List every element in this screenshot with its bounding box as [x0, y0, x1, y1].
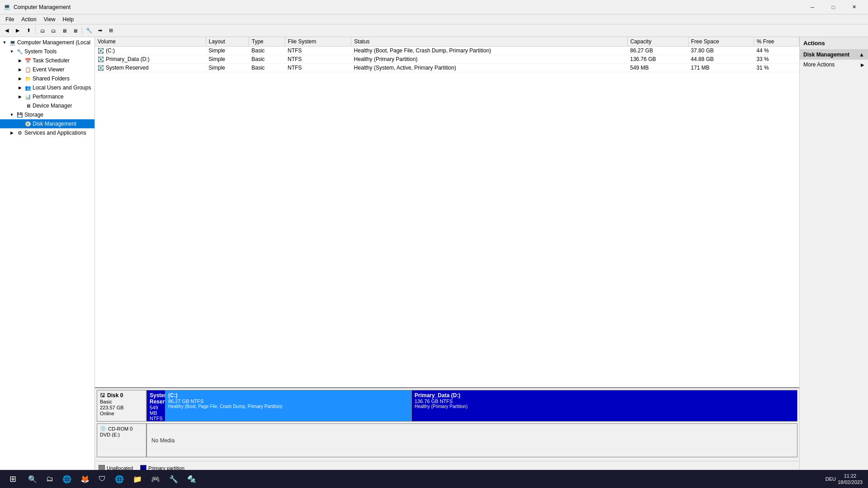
- toolbar-show-hide[interactable]: 🗂: [38, 26, 47, 36]
- taskbar-tool2[interactable]: 🔩: [183, 470, 201, 488]
- actions-more-actions-label: More Actions: [803, 61, 835, 68]
- taskbar-right: DEU 11:22 18/02/2023: [826, 473, 866, 486]
- cell-status-1: Healthy (Primary Partition): [351, 55, 627, 64]
- storage-expand-icon[interactable]: ▼: [8, 111, 15, 118]
- toolbar-folder[interactable]: 🗂: [48, 26, 58, 36]
- menu-file[interactable]: File: [2, 15, 18, 23]
- disk-0-row: 🖫 Disk 0 Basic 223.57 GB Online System R…: [97, 390, 797, 422]
- taskbar-firefox[interactable]: 🦊: [76, 470, 94, 488]
- root-expand-icon[interactable]: ▼: [1, 39, 8, 46]
- actions-header: Actions: [800, 37, 868, 50]
- toolbar-manage[interactable]: 🖥: [70, 26, 80, 36]
- taskbar-chrome[interactable]: 🌐: [110, 470, 128, 488]
- sidebar-item-services[interactable]: ▶ ⚙ Services and Applications: [0, 128, 94, 137]
- window-controls: ─ □ ✕: [802, 0, 864, 14]
- actions-section-disk-management: Disk Management ▲: [800, 50, 868, 60]
- menu-action[interactable]: Action: [18, 15, 40, 23]
- task-sched-expand[interactable]: ▶: [16, 57, 24, 64]
- sidebar-item-performance[interactable]: ▶ 📊 Performance: [0, 92, 94, 101]
- menu-view[interactable]: View: [40, 15, 59, 23]
- actions-more-chevron: ▶: [861, 62, 864, 67]
- partition-d[interactable]: Primary_Data (D:) 136.76 GB NTFS Healthy…: [412, 390, 797, 421]
- maximize-button[interactable]: □: [823, 0, 844, 14]
- partition-c-status: Healthy (Boot, Page File, Crash Dump, Pr…: [168, 404, 409, 409]
- minimize-button[interactable]: ─: [802, 0, 823, 14]
- close-button[interactable]: ✕: [844, 0, 864, 14]
- cell-layout-2: Simple: [206, 64, 249, 72]
- taskbar-language: DEU: [826, 476, 836, 482]
- table-row[interactable]: 💽 Primary_Data (D:) Simple Basic NTFS He…: [95, 55, 799, 64]
- sidebar-item-event-viewer[interactable]: ▶ 📋 Event Viewer: [0, 65, 94, 74]
- sidebar-item-device-manager[interactable]: 🖥 Device Manager: [0, 101, 94, 110]
- toolbar-arrow[interactable]: ➡: [95, 26, 105, 36]
- sidebar-item-task-scheduler[interactable]: ▶ 📅 Task Scheduler: [0, 56, 94, 65]
- sidebar-event-viewer-label: Event Viewer: [33, 66, 64, 73]
- disk-map: 🖫 Disk 0 Basic 223.57 GB Online System R…: [95, 388, 799, 461]
- sidebar-system-tools-label: System Tools: [24, 48, 57, 55]
- col-status[interactable]: Status: [351, 37, 627, 47]
- col-pct-free[interactable]: % Free: [754, 37, 799, 47]
- toolbar-grid[interactable]: ⊞: [106, 26, 116, 36]
- taskbar-tool[interactable]: 🔧: [165, 470, 183, 488]
- cell-type-0: Basic: [249, 47, 285, 55]
- col-filesystem[interactable]: File System: [285, 37, 351, 47]
- menu-help[interactable]: Help: [59, 15, 78, 23]
- cdrom-0-label: 💿 CD-ROM 0 DVD (E:): [97, 423, 146, 457]
- table-row[interactable]: 💽 System Reserved Simple Basic NTFS Heal…: [95, 64, 799, 72]
- taskbar-search[interactable]: 🔍: [24, 470, 42, 488]
- toolbar-forward[interactable]: ▶: [13, 26, 23, 36]
- disk-0-name: Disk 0: [107, 392, 123, 399]
- disk-table[interactable]: Volume Layout Type File System Status Ca…: [95, 37, 799, 388]
- sidebar-item-system-tools[interactable]: ▼ 🔧 System Tools: [0, 47, 94, 56]
- sidebar-storage-label: Storage: [24, 112, 43, 118]
- sidebar-item-shared-folders[interactable]: ▶ 📁 Shared Folders: [0, 74, 94, 83]
- services-expand-icon[interactable]: ▶: [8, 129, 15, 136]
- sidebar-item-storage[interactable]: ▼ 💾 Storage: [0, 110, 94, 119]
- col-type[interactable]: Type: [249, 37, 285, 47]
- taskbar-brave[interactable]: 🛡: [94, 470, 110, 488]
- shared-folders-expand[interactable]: ▶: [16, 75, 24, 82]
- window-title: Computer Management: [14, 4, 802, 10]
- sidebar-device-manager-label: Device Manager: [33, 103, 72, 109]
- toolbar-up[interactable]: ⬆: [24, 26, 33, 36]
- sidebar-item-local-users[interactable]: ▶ 👥 Local Users and Groups: [0, 83, 94, 92]
- col-volume[interactable]: Volume: [95, 37, 206, 47]
- cell-free-1: 44.88 GB: [688, 55, 754, 64]
- toolbar-computer[interactable]: 🖥: [59, 26, 69, 36]
- event-viewer-expand[interactable]: ▶: [16, 66, 24, 73]
- cell-pct-2: 31 %: [754, 64, 799, 72]
- disk-0-partitions: System Reserved 549 MB NTFS Healthy (Sys…: [146, 390, 797, 422]
- cell-free-2: 171 MB: [688, 64, 754, 72]
- local-users-expand[interactable]: ▶: [16, 84, 24, 91]
- disk-0-label: 🖫 Disk 0 Basic 223.57 GB Online: [97, 390, 146, 422]
- taskbar-explorer[interactable]: 📁: [128, 470, 146, 488]
- cell-type-1: Basic: [249, 55, 285, 64]
- disk-0-type: Basic: [100, 399, 143, 404]
- device-manager-expand: [16, 102, 24, 109]
- cell-pct-1: 33 %: [754, 55, 799, 64]
- content-pane: Volume Layout Type File System Status Ca…: [95, 37, 799, 474]
- system-tools-expand-icon[interactable]: ▼: [8, 48, 15, 55]
- col-layout[interactable]: Layout: [206, 37, 249, 47]
- disk-0-size: 223.57 GB: [100, 405, 143, 410]
- taskbar-edge[interactable]: 🌐: [58, 470, 76, 488]
- partition-system-reserved[interactable]: System Reserved 549 MB NTFS Healthy (Sys…: [147, 390, 165, 421]
- sidebar-root[interactable]: ▼ 💻 Computer Management (Local: [0, 38, 94, 47]
- toolbar-back[interactable]: ◀: [2, 26, 12, 36]
- col-capacity[interactable]: Capacity: [627, 37, 688, 47]
- disk-mgmt-expand: [16, 120, 24, 127]
- col-free-space[interactable]: Free Space: [688, 37, 754, 47]
- performance-expand[interactable]: ▶: [16, 93, 24, 100]
- toolbar-settings[interactable]: 🔧: [84, 26, 94, 36]
- sidebar-shared-folders-label: Shared Folders: [33, 75, 70, 82]
- actions-more-actions[interactable]: More Actions ▶: [800, 60, 868, 70]
- table-row[interactable]: 💽 (C:) Simple Basic NTFS Healthy (Boot, …: [95, 47, 799, 55]
- taskbar-game[interactable]: 🎮: [146, 470, 165, 488]
- partition-c-name: (C:): [168, 392, 409, 399]
- partition-c[interactable]: (C:) 86.27 GB NTFS Healthy (Boot, Page F…: [165, 390, 412, 421]
- event-viewer-icon: 📋: [24, 66, 32, 73]
- taskbar-start-button[interactable]: ⊞: [2, 470, 24, 488]
- sidebar-item-disk-management[interactable]: 💽 Disk Management: [0, 119, 94, 128]
- taskbar-taskview[interactable]: 🗂: [42, 470, 58, 488]
- cell-type-2: Basic: [249, 64, 285, 72]
